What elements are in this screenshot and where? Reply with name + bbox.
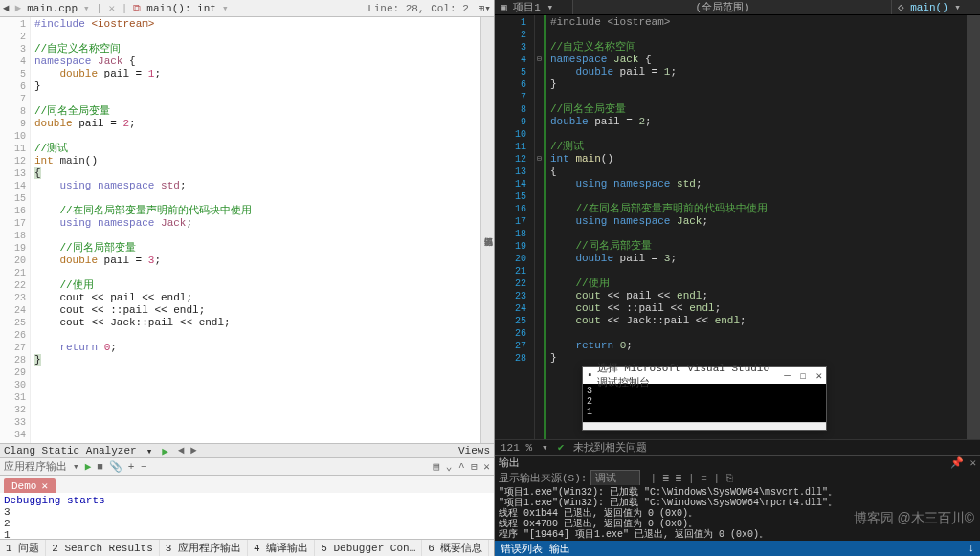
run-icon[interactable]: ▶ (162, 445, 168, 457)
minimize-icon[interactable]: — (784, 369, 791, 382)
watermark: 博客园 @木三百川© (854, 510, 974, 527)
status-icon: ✔ (558, 441, 565, 454)
attach-icon[interactable]: 📎 (109, 460, 122, 473)
side-tab[interactable]: 源码逻辑器 (480, 17, 494, 443)
line-gutter: 1234567891011121314151617181920212223242… (495, 15, 535, 439)
vs-nav-bar: ▣ 项目1 ▾ (全局范围) ◇ main() ▾ (495, 0, 980, 15)
output-label: 应用程序输出 (4, 459, 67, 474)
code-area[interactable]: #include <iostream> //自定义名称空间 namespace … (31, 17, 480, 443)
editor-toolbar: ◄ ► main.cpp ▾ | ✕ | ⧉ main(): int ▾ Lin… (0, 0, 494, 17)
symbol-selector[interactable]: main(): int (146, 3, 216, 14)
bottom-tab[interactable]: 3 应用程序输出 (160, 540, 248, 556)
output-tab-demo[interactable]: Demo✕ (4, 478, 56, 493)
output-title: 输出 (499, 456, 520, 470)
fold-gutter[interactable]: ⊟⊟ (535, 15, 546, 439)
output-header: 输出 📌 ✕ (495, 455, 980, 470)
bookmark-icon[interactable]: ⧉ (133, 3, 141, 14)
analyzer-bar: Clang Static Analyzer ▾ ▶ ◄ ► Views (0, 443, 494, 458)
run-icon[interactable]: ▶ (85, 460, 92, 473)
func-dropdown[interactable]: ◇ main() ▾ (892, 1, 980, 13)
bottom-tab[interactable]: 2 Search Results (46, 540, 160, 556)
stop-icon[interactable]: ■ (97, 461, 103, 473)
debug-console-window[interactable]: ▪ 选择 Microsoft Visual Studio 调试控制台 — ☐ ✕… (582, 366, 827, 431)
code-editor-left[interactable]: 1234567891011121314151617181920212223242… (0, 17, 494, 443)
fwd-icon[interactable]: ► (15, 3, 22, 14)
window-title: 选择 Microsoft Visual Studio 调试控制台 (597, 361, 781, 389)
bottom-tab[interactable]: 5 Debugger Con… (315, 540, 422, 556)
close-icon[interactable]: ✕ (969, 456, 976, 469)
scope-dropdown[interactable]: (全局范围) (573, 0, 892, 14)
output-tabs: Demo✕ (0, 476, 494, 493)
output-panel[interactable]: Debugging starts321Debugging has finishe… (0, 493, 494, 539)
split-icon[interactable]: ⊞▾ (479, 2, 491, 14)
output-source-dropdown[interactable]: 调试 (590, 470, 640, 486)
file-selector[interactable]: main.cpp (27, 3, 78, 14)
close-icon[interactable]: ✕ (815, 369, 822, 382)
scrollbar[interactable] (967, 15, 980, 439)
bottom-tabs: 1 问题2 Search Results3 应用程序输出4 编译输出5 Debu… (0, 539, 494, 556)
filter-icon[interactable]: ▤ ⌄ ^ ⊟ ✕ (434, 460, 491, 473)
output-toolbar: 应用程序输出 ▾ ▶ ■ 📎 + − ▤ ⌄ ^ ⊟ ✕ (0, 458, 494, 476)
titlebar[interactable]: ▪ 选择 Microsoft Visual Studio 调试控制台 — ☐ ✕ (583, 367, 826, 384)
project-dropdown[interactable]: ▣ 项目1 ▾ (495, 0, 573, 14)
bottom-tab[interactable]: 1 问题 (0, 540, 46, 556)
app-icon: ▪ (587, 369, 593, 381)
qtcreator-pane: ◄ ► main.cpp ▾ | ✕ | ⧉ main(): int ▾ Lin… (0, 0, 495, 556)
output-source-bar: 显示输出来源(S): 调试 | ≣ ≣ | ≡ | ⎘ (495, 470, 980, 485)
cursor-position: Line: 28, Col: 2 (368, 3, 469, 14)
output-from-label: 显示输出来源(S): (499, 471, 587, 485)
line-gutter: 1234567891011121314151617181920212223242… (0, 17, 31, 443)
resize-grip[interactable] (583, 422, 826, 430)
status-text: 未找到相关问题 (573, 440, 647, 455)
zoom-bar: 121 %▾ ✔ 未找到相关问题 (495, 439, 980, 455)
console-output: 3 2 1 (583, 384, 826, 422)
close-icon[interactable]: ✕ (41, 479, 48, 492)
views-label[interactable]: Views (458, 445, 490, 456)
bottom-tab-bar: 错误列表 输出 ↓ (495, 541, 980, 556)
maximize-icon[interactable]: ☐ (800, 369, 807, 382)
zoom-level[interactable]: 121 % (501, 442, 532, 454)
analyzer-label: Clang Static Analyzer (4, 445, 137, 456)
bottom-tab[interactable]: 错误列表 输出 (501, 542, 570, 556)
bottom-tab[interactable]: 8 Test Results (489, 540, 494, 556)
bottom-tab[interactable]: 6 概要信息 (422, 540, 489, 556)
back-icon[interactable]: ◄ (3, 3, 10, 14)
vs-pane: ▣ 项目1 ▾ (全局范围) ◇ main() ▾ 12345678910111… (495, 0, 980, 556)
pin-icon[interactable]: 📌 (950, 456, 964, 469)
bottom-tab[interactable]: 4 编译输出 (248, 540, 315, 556)
